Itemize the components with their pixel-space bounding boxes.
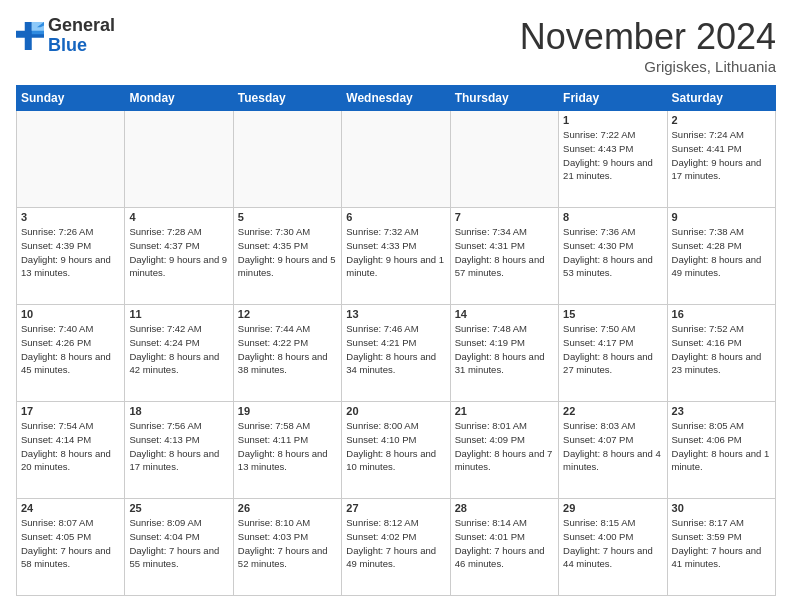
day-number: 7 [455, 211, 554, 223]
day-number: 20 [346, 405, 445, 417]
day-number: 14 [455, 308, 554, 320]
day-number: 24 [21, 502, 120, 514]
day-number: 1 [563, 114, 662, 126]
day-info: Sunrise: 8:12 AMSunset: 4:02 PMDaylight:… [346, 516, 445, 571]
calendar-week-row: 17Sunrise: 7:54 AMSunset: 4:14 PMDayligh… [17, 402, 776, 499]
calendar-day-cell: 28Sunrise: 8:14 AMSunset: 4:01 PMDayligh… [450, 499, 558, 596]
header-thursday: Thursday [450, 86, 558, 111]
calendar-header-row: Sunday Monday Tuesday Wednesday Thursday… [17, 86, 776, 111]
day-number: 2 [672, 114, 771, 126]
day-number: 23 [672, 405, 771, 417]
header-wednesday: Wednesday [342, 86, 450, 111]
day-info: Sunrise: 7:58 AMSunset: 4:11 PMDaylight:… [238, 419, 337, 474]
title-block: November 2024 Grigiskes, Lithuania [520, 16, 776, 75]
day-info: Sunrise: 7:28 AMSunset: 4:37 PMDaylight:… [129, 225, 228, 280]
day-info: Sunrise: 7:34 AMSunset: 4:31 PMDaylight:… [455, 225, 554, 280]
calendar-week-row: 24Sunrise: 8:07 AMSunset: 4:05 PMDayligh… [17, 499, 776, 596]
calendar-day-cell: 6Sunrise: 7:32 AMSunset: 4:33 PMDaylight… [342, 208, 450, 305]
logo: General Blue [16, 16, 115, 56]
calendar-week-row: 3Sunrise: 7:26 AMSunset: 4:39 PMDaylight… [17, 208, 776, 305]
calendar-day-cell: 10Sunrise: 7:40 AMSunset: 4:26 PMDayligh… [17, 305, 125, 402]
day-info: Sunrise: 8:03 AMSunset: 4:07 PMDaylight:… [563, 419, 662, 474]
month-title: November 2024 [520, 16, 776, 58]
day-info: Sunrise: 8:15 AMSunset: 4:00 PMDaylight:… [563, 516, 662, 571]
day-info: Sunrise: 8:07 AMSunset: 4:05 PMDaylight:… [21, 516, 120, 571]
day-info: Sunrise: 8:00 AMSunset: 4:10 PMDaylight:… [346, 419, 445, 474]
day-number: 6 [346, 211, 445, 223]
day-number: 27 [346, 502, 445, 514]
calendar-day-cell: 24Sunrise: 8:07 AMSunset: 4:05 PMDayligh… [17, 499, 125, 596]
calendar-day-cell: 1Sunrise: 7:22 AMSunset: 4:43 PMDaylight… [559, 111, 667, 208]
calendar-day-cell: 9Sunrise: 7:38 AMSunset: 4:28 PMDaylight… [667, 208, 775, 305]
calendar-day-cell: 27Sunrise: 8:12 AMSunset: 4:02 PMDayligh… [342, 499, 450, 596]
calendar-day-cell: 15Sunrise: 7:50 AMSunset: 4:17 PMDayligh… [559, 305, 667, 402]
day-info: Sunrise: 8:01 AMSunset: 4:09 PMDaylight:… [455, 419, 554, 474]
day-info: Sunrise: 7:38 AMSunset: 4:28 PMDaylight:… [672, 225, 771, 280]
day-number: 16 [672, 308, 771, 320]
day-number: 22 [563, 405, 662, 417]
calendar-day-cell: 13Sunrise: 7:46 AMSunset: 4:21 PMDayligh… [342, 305, 450, 402]
calendar-day-cell [233, 111, 341, 208]
day-info: Sunrise: 7:24 AMSunset: 4:41 PMDaylight:… [672, 128, 771, 183]
calendar-day-cell: 2Sunrise: 7:24 AMSunset: 4:41 PMDaylight… [667, 111, 775, 208]
calendar-week-row: 10Sunrise: 7:40 AMSunset: 4:26 PMDayligh… [17, 305, 776, 402]
calendar-day-cell: 18Sunrise: 7:56 AMSunset: 4:13 PMDayligh… [125, 402, 233, 499]
day-number: 17 [21, 405, 120, 417]
day-number: 30 [672, 502, 771, 514]
calendar-day-cell [342, 111, 450, 208]
day-number: 19 [238, 405, 337, 417]
calendar-day-cell: 23Sunrise: 8:05 AMSunset: 4:06 PMDayligh… [667, 402, 775, 499]
calendar-day-cell: 29Sunrise: 8:15 AMSunset: 4:00 PMDayligh… [559, 499, 667, 596]
day-number: 21 [455, 405, 554, 417]
calendar-day-cell: 19Sunrise: 7:58 AMSunset: 4:11 PMDayligh… [233, 402, 341, 499]
day-info: Sunrise: 7:54 AMSunset: 4:14 PMDaylight:… [21, 419, 120, 474]
header-monday: Monday [125, 86, 233, 111]
calendar-day-cell: 16Sunrise: 7:52 AMSunset: 4:16 PMDayligh… [667, 305, 775, 402]
day-info: Sunrise: 7:40 AMSunset: 4:26 PMDaylight:… [21, 322, 120, 377]
calendar-day-cell: 11Sunrise: 7:42 AMSunset: 4:24 PMDayligh… [125, 305, 233, 402]
day-number: 9 [672, 211, 771, 223]
calendar-day-cell [125, 111, 233, 208]
calendar-day-cell [17, 111, 125, 208]
day-number: 28 [455, 502, 554, 514]
day-number: 5 [238, 211, 337, 223]
day-number: 10 [21, 308, 120, 320]
day-info: Sunrise: 7:30 AMSunset: 4:35 PMDaylight:… [238, 225, 337, 280]
calendar-day-cell: 7Sunrise: 7:34 AMSunset: 4:31 PMDaylight… [450, 208, 558, 305]
calendar-day-cell: 25Sunrise: 8:09 AMSunset: 4:04 PMDayligh… [125, 499, 233, 596]
logo-text: General Blue [48, 16, 115, 56]
day-info: Sunrise: 7:22 AMSunset: 4:43 PMDaylight:… [563, 128, 662, 183]
calendar-day-cell: 30Sunrise: 8:17 AMSunset: 3:59 PMDayligh… [667, 499, 775, 596]
day-info: Sunrise: 8:14 AMSunset: 4:01 PMDaylight:… [455, 516, 554, 571]
header: General Blue November 2024 Grigiskes, Li… [16, 16, 776, 75]
day-number: 13 [346, 308, 445, 320]
location: Grigiskes, Lithuania [520, 58, 776, 75]
header-sunday: Sunday [17, 86, 125, 111]
calendar-day-cell: 5Sunrise: 7:30 AMSunset: 4:35 PMDaylight… [233, 208, 341, 305]
day-info: Sunrise: 7:36 AMSunset: 4:30 PMDaylight:… [563, 225, 662, 280]
logo-blue: Blue [48, 36, 115, 56]
calendar-day-cell: 22Sunrise: 8:03 AMSunset: 4:07 PMDayligh… [559, 402, 667, 499]
day-info: Sunrise: 8:09 AMSunset: 4:04 PMDaylight:… [129, 516, 228, 571]
day-info: Sunrise: 7:48 AMSunset: 4:19 PMDaylight:… [455, 322, 554, 377]
calendar-day-cell: 12Sunrise: 7:44 AMSunset: 4:22 PMDayligh… [233, 305, 341, 402]
day-info: Sunrise: 7:32 AMSunset: 4:33 PMDaylight:… [346, 225, 445, 280]
calendar-day-cell: 17Sunrise: 7:54 AMSunset: 4:14 PMDayligh… [17, 402, 125, 499]
day-info: Sunrise: 7:42 AMSunset: 4:24 PMDaylight:… [129, 322, 228, 377]
day-info: Sunrise: 7:26 AMSunset: 4:39 PMDaylight:… [21, 225, 120, 280]
calendar-day-cell: 26Sunrise: 8:10 AMSunset: 4:03 PMDayligh… [233, 499, 341, 596]
day-number: 4 [129, 211, 228, 223]
header-saturday: Saturday [667, 86, 775, 111]
logo-general: General [48, 16, 115, 36]
header-friday: Friday [559, 86, 667, 111]
day-info: Sunrise: 7:50 AMSunset: 4:17 PMDaylight:… [563, 322, 662, 377]
day-info: Sunrise: 8:05 AMSunset: 4:06 PMDaylight:… [672, 419, 771, 474]
calendar-day-cell: 4Sunrise: 7:28 AMSunset: 4:37 PMDaylight… [125, 208, 233, 305]
day-number: 15 [563, 308, 662, 320]
day-number: 8 [563, 211, 662, 223]
day-number: 25 [129, 502, 228, 514]
header-tuesday: Tuesday [233, 86, 341, 111]
day-number: 18 [129, 405, 228, 417]
day-info: Sunrise: 7:46 AMSunset: 4:21 PMDaylight:… [346, 322, 445, 377]
calendar-day-cell [450, 111, 558, 208]
